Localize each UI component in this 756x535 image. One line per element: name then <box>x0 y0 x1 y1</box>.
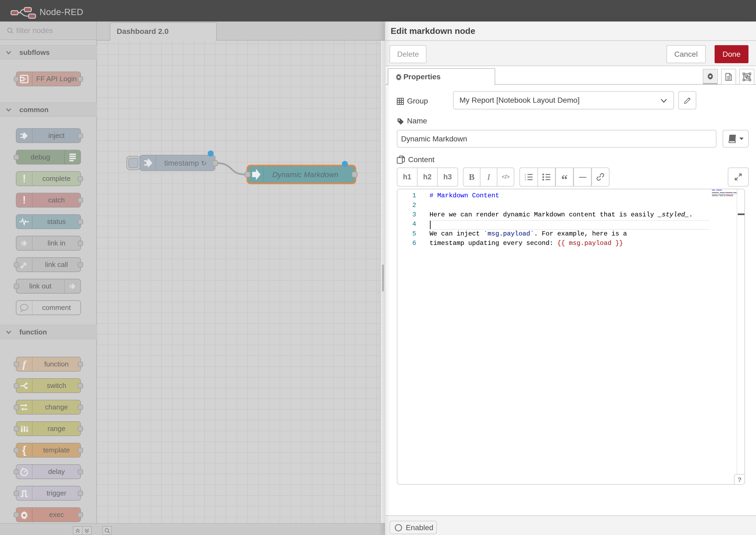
svg-text:timestamp ↻: timestamp ↻ <box>164 159 207 167</box>
svg-text:2: 2 <box>524 176 526 179</box>
svg-text:Dynamic Markdown: Dynamic Markdown <box>272 170 339 179</box>
svg-text:1: 1 <box>524 174 526 176</box>
svg-text:3: 3 <box>524 179 526 181</box>
